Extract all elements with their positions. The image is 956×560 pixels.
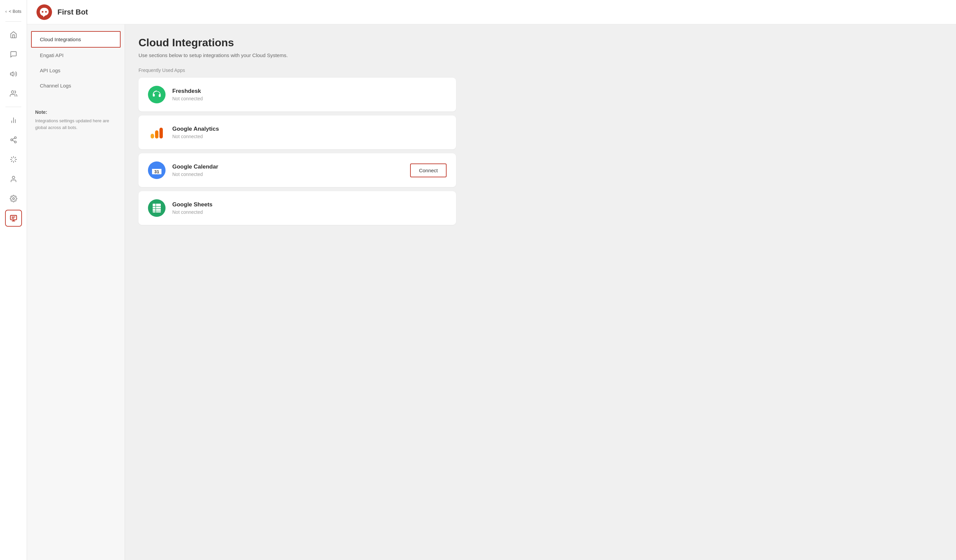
svg-point-18 bbox=[12, 176, 14, 179]
svg-line-16 bbox=[11, 161, 12, 162]
integration-card-google-calendar: 31 Google Calendar Not connected Connect bbox=[138, 153, 456, 187]
nav-channel-logs[interactable]: Channel Logs bbox=[27, 78, 125, 93]
sidebar-item-agent[interactable] bbox=[5, 171, 22, 187]
svg-line-8 bbox=[12, 140, 14, 142]
google-analytics-name: Google Analytics bbox=[172, 126, 447, 132]
nav-api-logs[interactable]: API Logs bbox=[27, 63, 125, 78]
bots-back-nav[interactable]: ‹ < Bots bbox=[0, 5, 27, 17]
google-analytics-status: Not connected bbox=[172, 134, 447, 139]
svg-marker-0 bbox=[10, 72, 13, 76]
freshdesk-icon bbox=[148, 86, 165, 103]
sidebar-divider-2 bbox=[5, 107, 21, 107]
svg-line-9 bbox=[12, 138, 14, 140]
sidebar-divider-1 bbox=[5, 21, 21, 22]
google-calendar-info: Google Calendar Not connected bbox=[172, 164, 410, 177]
sidebar-item-chat[interactable] bbox=[5, 46, 22, 63]
integration-card-freshdesk: Freshdesk Not connected bbox=[138, 78, 456, 112]
sidebar-item-settings[interactable] bbox=[5, 190, 22, 207]
integration-card-google-sheets: Google Sheets Not connected bbox=[138, 191, 456, 225]
nav-cloud-integrations[interactable]: Cloud Integrations bbox=[31, 31, 121, 48]
freshdesk-info: Freshdesk Not connected bbox=[172, 88, 447, 101]
freshdesk-status: Not connected bbox=[172, 96, 447, 101]
google-calendar-icon: 31 bbox=[148, 162, 165, 179]
section-label: Frequently Used Apps bbox=[138, 68, 942, 73]
main-wrapper: First Bot Cloud Integrations Engati API … bbox=[27, 0, 956, 560]
note-title: Note: bbox=[35, 109, 116, 115]
page-content: Cloud Integrations Use sections below to… bbox=[125, 24, 956, 560]
google-calendar-connect-button[interactable]: Connect bbox=[410, 164, 447, 177]
integration-card-google-analytics: Google Analytics Not connected bbox=[138, 115, 456, 149]
svg-rect-20 bbox=[10, 216, 16, 220]
back-arrow: ‹ bbox=[5, 9, 7, 14]
svg-text:31: 31 bbox=[154, 169, 159, 174]
sidebar-item-ideas[interactable] bbox=[5, 151, 22, 168]
google-sheets-icon bbox=[148, 199, 165, 217]
icon-sidebar: ‹ < Bots bbox=[0, 0, 27, 560]
bot-title: First Bot bbox=[57, 8, 88, 17]
svg-point-24 bbox=[42, 11, 44, 13]
svg-point-19 bbox=[13, 198, 14, 200]
sidebar-top: ‹ < Bots bbox=[0, 5, 27, 227]
svg-line-17 bbox=[14, 157, 16, 159]
sidebar-item-home[interactable] bbox=[5, 26, 22, 43]
svg-rect-27 bbox=[155, 131, 159, 138]
nav-engati-api[interactable]: Engati API bbox=[27, 48, 125, 63]
google-sheets-status: Not connected bbox=[172, 209, 447, 215]
app-logo bbox=[36, 5, 52, 20]
google-sheets-info: Google Sheets Not connected bbox=[172, 201, 447, 215]
sidebar-item-integrations[interactable] bbox=[5, 131, 22, 148]
bots-label: < Bots bbox=[9, 9, 21, 14]
freshdesk-name: Freshdesk bbox=[172, 88, 447, 94]
google-analytics-info: Google Analytics Not connected bbox=[172, 126, 447, 139]
svg-line-12 bbox=[11, 157, 12, 159]
google-analytics-icon bbox=[148, 124, 165, 141]
svg-rect-33 bbox=[159, 165, 159, 168]
sidebar-item-analytics[interactable] bbox=[5, 112, 22, 129]
note-text: Integrations settings updated here are g… bbox=[35, 118, 116, 131]
sidebar-item-users[interactable] bbox=[5, 85, 22, 102]
svg-rect-28 bbox=[159, 128, 163, 138]
secondary-sidebar: Cloud Integrations Engati API API Logs C… bbox=[27, 24, 125, 560]
google-calendar-name: Google Calendar bbox=[172, 164, 410, 170]
svg-line-13 bbox=[14, 161, 16, 162]
sidebar-item-broadcast[interactable] bbox=[5, 66, 22, 82]
sidebar-item-cloud-integrations[interactable] bbox=[5, 210, 22, 227]
svg-rect-32 bbox=[154, 165, 155, 168]
svg-rect-26 bbox=[151, 134, 154, 138]
header: First Bot bbox=[27, 0, 956, 24]
page-subtitle: Use sections below to setup integrations… bbox=[138, 52, 942, 58]
google-calendar-status: Not connected bbox=[172, 171, 410, 177]
google-sheets-name: Google Sheets bbox=[172, 201, 447, 208]
content-area: Cloud Integrations Engati API API Logs C… bbox=[27, 24, 956, 560]
page-title: Cloud Integrations bbox=[138, 36, 942, 49]
sidebar-note: Note: Integrations settings updated here… bbox=[27, 101, 125, 139]
svg-point-1 bbox=[11, 91, 14, 93]
svg-rect-30 bbox=[152, 166, 162, 169]
svg-point-25 bbox=[45, 11, 47, 13]
